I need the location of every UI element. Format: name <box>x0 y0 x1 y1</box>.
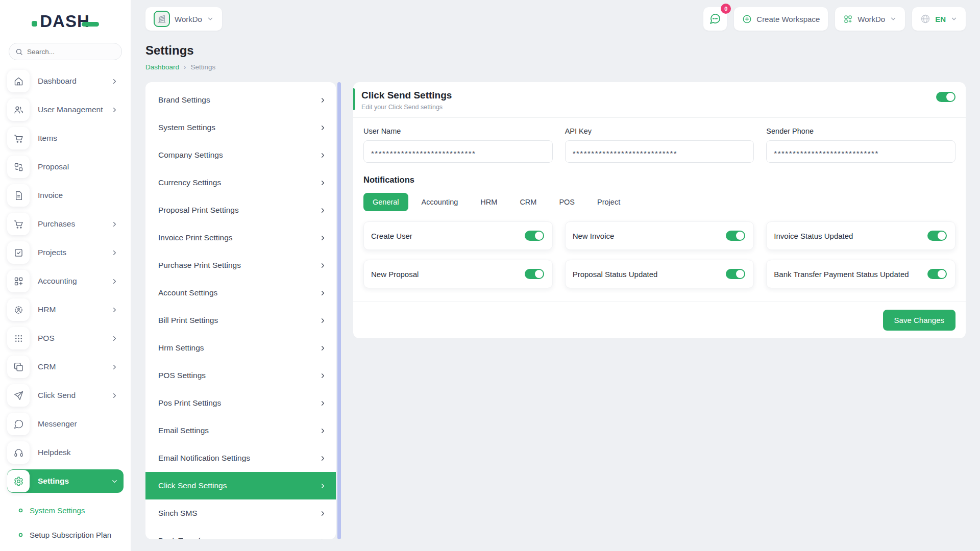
tab-pos[interactable]: POS <box>550 193 584 211</box>
toggle-card-new-invoice: New Invoice <box>565 221 754 250</box>
settings-menu-item-bill-print-settings[interactable]: Bill Print Settings <box>145 307 336 334</box>
chevron-right-icon <box>319 152 327 159</box>
panel-title: Click Send Settings <box>361 90 452 101</box>
messages-button[interactable]: 0 <box>703 7 727 31</box>
settings-menu-item-system-settings[interactable]: System Settings <box>145 114 336 141</box>
squares-icon <box>7 356 30 378</box>
sidebar-item-messenger[interactable]: Messenger <box>7 412 124 436</box>
chevron-right-icon <box>319 344 327 352</box>
settings-menu-item-proposal-print-settings[interactable]: Proposal Print Settings <box>145 196 336 224</box>
sidebar-item-invoice[interactable]: Invoice <box>7 184 124 207</box>
app-logo: DASH <box>0 11 131 32</box>
create-workspace-label: Create Workspace <box>756 15 820 23</box>
sidebar-item-helpdesk[interactable]: Helpdesk <box>7 441 124 464</box>
settings-menu-item-bank-transfer[interactable]: Bank Transfer <box>145 527 336 539</box>
sidebar-item-click-send[interactable]: Click Send <box>7 384 124 407</box>
settings-menu-scrollbar[interactable] <box>337 82 341 539</box>
bank-transfer-payment-status-updated-toggle[interactable] <box>927 269 947 279</box>
panel-accent-bar <box>353 88 355 110</box>
new-proposal-toggle[interactable] <box>525 269 544 279</box>
chevron-right-icon <box>111 249 118 257</box>
api-key-input[interactable] <box>565 140 754 163</box>
settings-menu-item-label: Invoice Print Settings <box>158 233 233 242</box>
chevron-right-icon <box>111 306 118 314</box>
settings-menu-item-currency-settings[interactable]: Currency Settings <box>145 169 336 196</box>
sidebar-item-settings[interactable]: Settings <box>7 469 124 493</box>
new-invoice-toggle[interactable] <box>726 231 745 241</box>
settings-menu-item-label: Hrm Settings <box>158 343 204 353</box>
topbar: WorkDo 0 Create Workspace WorkDo <box>145 7 966 31</box>
settings-menu-item-label: Sinch SMS <box>158 509 198 518</box>
sidebar-item-pos[interactable]: POS <box>7 327 124 350</box>
sidebar-nav: DashboardUser ManagementItemsProposalInv… <box>0 69 131 551</box>
sidebar-subitem-system-settings[interactable]: System Settings <box>7 498 124 522</box>
settings-menu-item-brand-settings[interactable]: Brand Settings <box>145 86 336 114</box>
message-icon <box>7 413 30 435</box>
tab-accounting[interactable]: Accounting <box>412 193 468 211</box>
language-button[interactable]: EN <box>912 7 966 31</box>
proposal-icon <box>7 156 30 178</box>
proposal-status-updated-toggle[interactable] <box>726 269 745 279</box>
workspace-switcher[interactable]: WorkDo <box>145 7 222 31</box>
settings-menu-item-pos-print-settings[interactable]: Pos Print Settings <box>145 389 336 417</box>
create-user-toggle[interactable] <box>525 231 544 241</box>
toggle-label: Create User <box>371 232 412 240</box>
sidebar-item-purchases[interactable]: Purchases <box>7 212 124 236</box>
dot-icon <box>18 533 23 537</box>
content-row: Brand SettingsSystem SettingsCompany Set… <box>145 82 966 539</box>
sidebar-item-accounting[interactable]: Accounting <box>7 269 124 293</box>
settings-menu-item-hrm-settings[interactable]: Hrm Settings <box>145 334 336 362</box>
tab-general[interactable]: General <box>363 193 408 211</box>
chevron-right-icon <box>319 207 327 214</box>
field-api-key: API Key <box>565 127 754 163</box>
settings-menu-item-company-settings[interactable]: Company Settings <box>145 141 336 169</box>
settings-menu-item-pos-settings[interactable]: POS Settings <box>145 362 336 389</box>
sidebar-item-crm[interactable]: CRM <box>7 355 124 379</box>
chevron-right-icon <box>319 124 327 132</box>
settings-menu: Brand SettingsSystem SettingsCompany Set… <box>145 82 336 539</box>
sidebar-item-label: Click Send <box>38 391 76 400</box>
settings-menu-item-account-settings[interactable]: Account Settings <box>145 279 336 307</box>
field-user-name: User Name <box>363 127 553 163</box>
settings-menu-item-email-settings[interactable]: Email Settings <box>145 417 336 444</box>
sender-phone-input[interactable] <box>766 140 955 163</box>
invoice-status-updated-toggle[interactable] <box>927 231 947 241</box>
chevron-right-icon <box>319 262 327 269</box>
settings-menu-item-purchase-print-settings[interactable]: Purchase Print Settings <box>145 252 336 279</box>
page-title: Settings <box>145 43 966 58</box>
settings-menu-item-email-notification-settings[interactable]: Email Notification Settings <box>145 444 336 472</box>
user-name-input[interactable] <box>363 140 553 163</box>
save-changes-button[interactable]: Save Changes <box>883 310 955 331</box>
sidebar-item-hrm[interactable]: HRM <box>7 298 124 321</box>
tab-project[interactable]: Project <box>588 193 629 211</box>
toggle-card-proposal-status-updated: Proposal Status Updated <box>565 260 754 288</box>
tab-hrm[interactable]: HRM <box>471 193 506 211</box>
sidebar-item-items[interactable]: Items <box>7 127 124 150</box>
sidebar-item-projects[interactable]: Projects <box>7 241 124 264</box>
settings-menu-item-sinch-sms[interactable]: Sinch SMS <box>145 499 336 527</box>
settings-menu-wrap: Brand SettingsSystem SettingsCompany Set… <box>145 82 341 539</box>
settings-menu-item-click-send-settings[interactable]: Click Send Settings <box>145 472 336 499</box>
settings-menu-item-invoice-print-settings[interactable]: Invoice Print Settings <box>145 224 336 252</box>
app-menu-button[interactable]: WorkDo <box>835 7 905 31</box>
plus-circle-icon <box>742 14 752 24</box>
sidebar-subitem-setup-subscription-plan[interactable]: Setup Subscription Plan <box>7 522 124 547</box>
breadcrumb-dashboard-link[interactable]: Dashboard <box>145 63 179 71</box>
sidebar-item-user-management[interactable]: User Management <box>7 98 124 121</box>
chevron-right-icon <box>319 482 327 490</box>
settings-menu-item-label: System Settings <box>158 123 215 132</box>
grid-plus-icon <box>7 270 30 292</box>
chevron-right-icon <box>319 96 327 104</box>
sidebar-item-label: Settings <box>38 477 69 486</box>
click-send-enabled-toggle[interactable] <box>936 92 955 102</box>
search-input[interactable] <box>27 48 115 56</box>
sidebar-item-proposal[interactable]: Proposal <box>7 155 124 179</box>
sidebar-subitem-referral-program[interactable]: Referral Program <box>7 547 124 551</box>
chevron-right-icon <box>111 220 118 228</box>
create-workspace-button[interactable]: Create Workspace <box>734 7 828 31</box>
tab-crm[interactable]: CRM <box>510 193 546 211</box>
settings-menu-item-label: Click Send Settings <box>158 481 227 490</box>
search-box[interactable] <box>9 43 122 60</box>
messages-count-badge: 0 <box>721 4 731 14</box>
sidebar-item-dashboard[interactable]: Dashboard <box>7 69 124 93</box>
